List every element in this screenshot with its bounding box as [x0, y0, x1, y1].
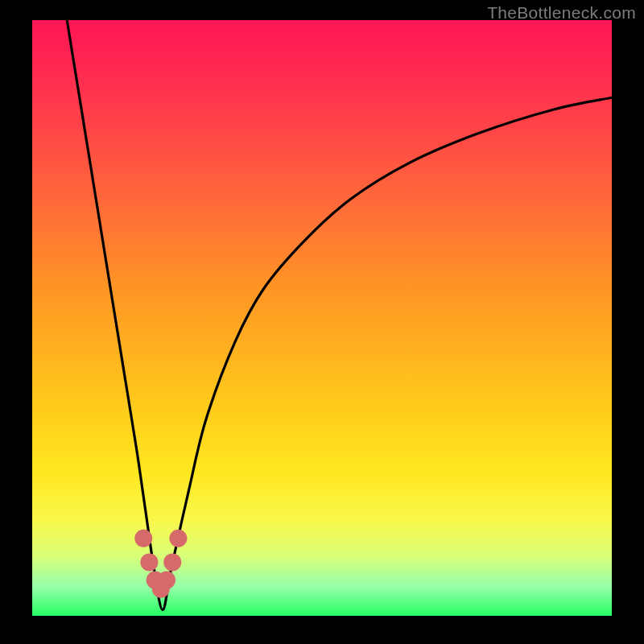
bottleneck-dots — [134, 530, 187, 598]
chart-svg — [32, 20, 612, 616]
marker-dot — [140, 553, 158, 571]
marker-dot — [169, 530, 187, 547]
marker-dot — [134, 530, 152, 547]
marker-dot — [158, 572, 175, 589]
marker-dot — [163, 553, 181, 571]
bottleneck-curve — [67, 20, 612, 610]
chart-area — [32, 20, 612, 616]
